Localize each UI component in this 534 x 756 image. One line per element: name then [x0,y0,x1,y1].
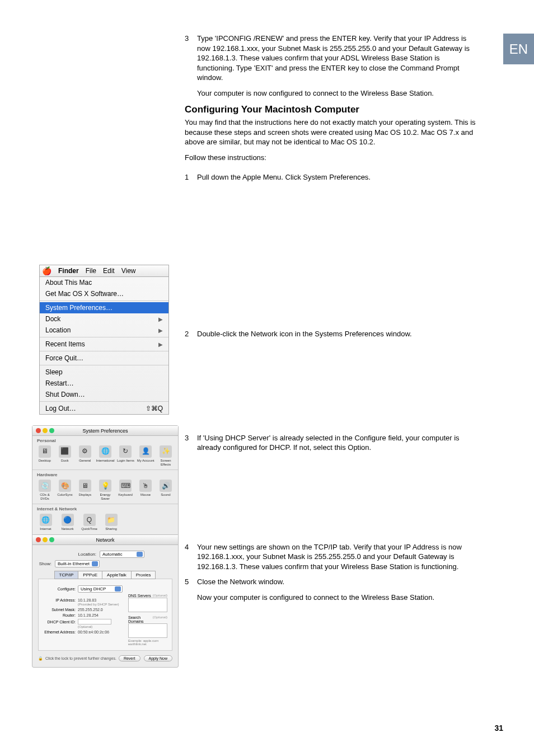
pref-icon: 🖱 [139,480,152,492]
pref-my-account[interactable]: 👤My Account [137,445,154,466]
location-select[interactable]: Automatic [100,551,144,558]
show-select[interactable]: Built-in Ethernet [55,560,100,567]
menu-item-about[interactable]: About This Mac [40,277,168,288]
tab-appletalk[interactable]: AppleTalk [102,571,132,579]
configure-select[interactable]: Using DHCP [78,585,123,593]
search-optional: (Optional) [153,616,167,623]
menu-item-system-preferences[interactable]: System Preferences… [40,302,168,313]
pref-sound[interactable]: 🔊Sound [157,480,175,500]
router-label: Router: [43,613,78,617]
menu-item-label: Log Out… [45,405,76,412]
menu-item-label: Restart… [45,379,74,387]
pref-label: Desktop [36,459,54,463]
pref-label: Screen Effects [157,459,175,466]
pref-icon: 📁 [105,514,118,526]
pref-icon: 🔵 [62,514,74,526]
menu-item-get-software[interactable]: Get Mac OS X Software… [40,288,168,299]
menu-item-log-out[interactable]: Log Out…⇧⌘Q [40,403,168,414]
menu-item-dock[interactable]: Dock▶ [40,313,168,325]
revert-button[interactable]: Revert [119,655,140,661]
menu-item-force-quit[interactable]: Force Quit… [40,353,168,364]
step-text: Your new settings are shown on the TCP/I… [197,542,476,572]
step-number: 2 [185,329,197,339]
step-number: 3 [185,433,197,453]
location-label: Location: [66,552,100,557]
menu-item-location[interactable]: Location▶ [40,325,168,336]
tab-proxies[interactable]: Proxies [131,571,156,579]
menu-separator [40,401,168,402]
search-domains-input[interactable] [128,623,167,638]
dns-servers-input[interactable] [128,598,167,612]
pref-label: Sharing [101,527,121,531]
network-preferences-figure: Network Location: Automatic Show: Built-… [32,534,179,668]
step-text: Type 'IPCONFIG /RENEW' and press the ENT… [197,34,476,83]
pref-screen-effects[interactable]: ✨Screen Effects [157,445,175,466]
pref-general[interactable]: ⚙General [76,445,94,466]
zoom-icon[interactable] [49,537,54,542]
apple-icon: 🍎 [42,266,51,275]
pref-cds-dvds[interactable]: 💿CDs & DVDs [36,480,54,500]
minimize-icon[interactable] [43,537,48,542]
lock-control[interactable]: 🔒 Click the lock to prevent further chan… [38,656,116,661]
window-title: System Preferences [82,428,128,434]
tcpip-panel: Configure: Using DHCP IP Address: 10.1.2… [38,579,172,651]
pref-label: Energy Saver [96,493,114,500]
pref-dock[interactable]: ⬛Dock [56,445,74,466]
ip-value: 10.1.28.83 [78,598,96,602]
pref-displays[interactable]: 🖥Displays [76,480,94,500]
tab-pppoe[interactable]: PPPoE [78,571,102,579]
pref-icon: ⌨ [119,480,132,492]
menu-item-shut-down[interactable]: Shut Down… [40,389,168,400]
close-icon[interactable] [36,428,41,433]
submenu-arrow-icon: ▶ [158,341,163,348]
pref-sharing[interactable]: 📁Sharing [101,514,121,531]
dhcp-note: (Optional) [78,625,92,628]
pref-label: Sound [157,493,175,497]
menu-separator [40,365,168,365]
menubar-item[interactable]: File [86,267,96,275]
menubar-item[interactable]: View [121,267,136,275]
pref-label: ColorSync [56,493,74,497]
close-icon[interactable] [36,537,41,542]
pref-mouse[interactable]: 🖱Mouse [137,480,154,500]
menu-item-sleep[interactable]: Sleep [40,367,168,378]
pref-icon: 💿 [39,480,51,492]
pref-login-items[interactable]: ↻Login Items [117,445,135,466]
page-number: 31 [494,724,503,732]
step-text: Close the Network window. [197,577,476,587]
pref-desktop[interactable]: 🖥Desktop [36,445,54,466]
show-label: Show: [38,561,55,566]
pref-energy-saver[interactable]: 💡Energy Saver [96,480,114,500]
menu-item-recent-items[interactable]: Recent Items▶ [40,339,168,350]
pref-colorsync[interactable]: 🎨ColorSync [56,480,74,500]
pref-internet[interactable]: 🌐Internet [36,514,55,531]
language-tag: EN [503,34,534,64]
menu-shortcut: ⇧⌘Q [146,405,163,412]
pref-quicktime[interactable]: QQuickTime [79,514,99,531]
apply-now-button[interactable]: Apply Now [144,655,172,661]
window-titlebar: Network [32,535,178,545]
pref-label: Mouse [137,493,154,497]
pref-keyboard[interactable]: ⌨Keyboard [116,480,134,500]
subnet-label: Subnet Mask: [43,608,78,612]
menubar-item[interactable]: Finder [58,267,79,275]
ethernet-value: 00:50:e4:00:2c:06 [78,630,109,634]
pref-label: Dock [56,459,74,463]
zoom-icon[interactable] [49,428,54,433]
pref-international[interactable]: 🌐International [96,445,114,466]
menu-item-label: System Preferences… [45,304,113,312]
tab-tcpip[interactable]: TCP/IP [54,571,79,579]
section-label: Hardware [32,470,178,478]
dhcp-client-id-input[interactable] [78,619,111,624]
pref-label: QuickTime [79,527,99,531]
minimize-icon[interactable] [43,428,48,433]
pref-network[interactable]: 🔵Network [58,514,77,531]
pref-icon: 🎨 [59,480,71,492]
menubar-item[interactable]: Edit [103,267,115,275]
menu-item-restart[interactable]: Restart… [40,378,168,389]
prefs-row: 🌐Internet🔵NetworkQQuickTime📁Sharing [32,513,178,535]
section-heading: Configuring Your Macintosh Computer [185,104,476,116]
prefs-row: 🖥Desktop⬛Dock⚙General🌐International↻Logi… [32,444,178,470]
apple-menu-figure: 🍎 Finder File Edit View About This Mac G… [39,265,169,415]
section-label: Internet & Network [32,504,178,513]
